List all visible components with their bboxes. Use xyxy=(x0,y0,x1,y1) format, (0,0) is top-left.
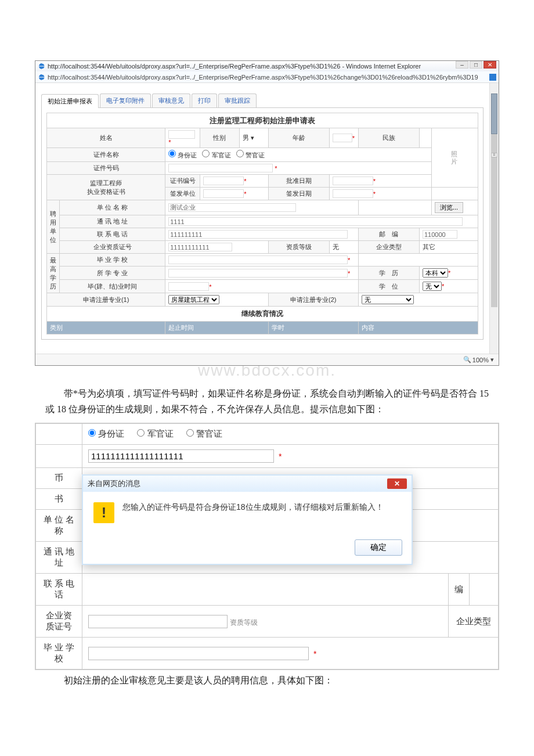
dialog-message: 您输入的证件号码是符合身份证18位生成规则，请仔细核对后重新输入！ xyxy=(122,502,384,513)
dialog-title: 来自网页的消息 xyxy=(88,478,140,489)
ie-favicon-icon xyxy=(38,62,46,70)
label-approve-date: 批准日期 xyxy=(268,175,329,188)
label-issue-org: 签发单位 xyxy=(165,188,200,200)
apply2-select[interactable]: 无 xyxy=(362,295,414,304)
tab-bar: 初始注册申报表 电子复印附件 审核意见 打印 审批跟踪 xyxy=(41,93,484,108)
unit-name-input[interactable] xyxy=(168,203,296,212)
scroll-mark-icon: ≡ xyxy=(491,153,497,157)
th-period: 起止时间 xyxy=(165,322,268,334)
ie-url[interactable]: http://localhost:3544/Web/uitools/dproxy… xyxy=(48,74,487,81)
tab-review[interactable]: 审核意见 xyxy=(152,93,190,107)
magnifier-icon: 🔍 xyxy=(463,356,471,363)
alert-dialog: 来自网页的消息 ✕ 您输入的证件号码是符合身份证18位生成规则，请仔细核对后重新… xyxy=(82,474,413,565)
label-nation: 民族 xyxy=(358,128,419,148)
th-hours: 学时 xyxy=(268,322,358,334)
major-input[interactable] xyxy=(168,269,348,278)
scrollbar[interactable]: ≡ xyxy=(489,83,499,354)
degree-select[interactable]: 本科 xyxy=(423,268,448,278)
ie-window: http://localhost:3544/Web/uitools/dproxy… xyxy=(35,60,499,366)
ent-type-val: 其它 xyxy=(419,241,478,254)
ie-address-bar: http://localhost:3544/Web/uitools/dproxy… xyxy=(35,71,499,83)
degree2-select[interactable]: 无 xyxy=(423,282,442,291)
addr-input[interactable] xyxy=(168,217,463,226)
ie-stop-icon[interactable] xyxy=(489,74,496,81)
tel-input[interactable] xyxy=(168,230,348,239)
maximize-button[interactable]: □ xyxy=(470,61,482,69)
zoom-level[interactable]: 100% xyxy=(472,357,489,363)
dialog-ok-button[interactable]: 确定 xyxy=(355,539,402,556)
idtype-option-3[interactable]: 警官证 xyxy=(236,152,265,159)
label-addr: 通 讯 地 址 xyxy=(60,215,165,228)
ss2-qual-input[interactable] xyxy=(88,615,228,628)
ss2-row7: 毕 业 学 校 xyxy=(36,638,82,669)
ss2-idtype-2[interactable]: 军官证 xyxy=(137,429,173,438)
qual-lvl-val: 无 xyxy=(329,241,358,254)
label-degree2: 学 位 xyxy=(358,280,419,293)
cert-no-input[interactable] xyxy=(203,177,244,185)
window-close-button[interactable]: ✕ xyxy=(484,61,496,69)
paragraph-1: 带*号为必填项，填写证件号码时，如果证件名称是身份证，系统会自动判断输入的证件号… xyxy=(45,386,489,417)
label-major: 所 学 专 业 xyxy=(60,267,165,280)
ie-title: http://localhost:3544/Web/uitools/dproxy… xyxy=(48,63,421,70)
browse-button[interactable]: 浏览... xyxy=(435,202,463,213)
ss2-row2: 书 xyxy=(36,489,82,510)
label-school: 毕 业 学 校 xyxy=(60,254,165,267)
ss2-row3: 单 位 名 称 xyxy=(36,510,82,542)
label-qual-no: 企业资质证号 xyxy=(60,241,165,254)
label-degree: 学 历 xyxy=(358,267,419,280)
form-title: 注册监理工程师初始注册申请表 xyxy=(47,113,478,128)
issue-date-input[interactable] xyxy=(333,189,373,198)
label-edu: 最 高 学 历 xyxy=(47,254,60,293)
ss2-row4: 通 讯 地 址 xyxy=(36,542,82,574)
zoom-dropdown-icon[interactable]: ▾ xyxy=(490,356,494,363)
label-cert-no: 证书编号 xyxy=(165,175,200,188)
label-cert: 监理工程师 执业资格证书 xyxy=(47,175,165,200)
ie-favicon2-icon xyxy=(38,73,46,81)
age-input[interactable] xyxy=(333,134,352,142)
screenshot-dialog: 身份证 军官证 警官证 * 币 书 单 位 名 称 通 讯 地 址 联 系 电 … xyxy=(35,423,499,670)
grad-date-input[interactable] xyxy=(168,282,209,291)
tab-approval[interactable]: 审批跟踪 xyxy=(218,93,257,107)
idtype-option-2[interactable]: 军官证 xyxy=(202,152,230,159)
tab-form[interactable]: 初始注册申报表 xyxy=(41,94,99,108)
ss2-row5: 联 系 电 话 xyxy=(36,574,82,606)
issue-org-input[interactable] xyxy=(203,189,244,198)
apply1-select[interactable]: 房屋建筑工程 xyxy=(168,295,219,304)
idtype-option-1[interactable]: 身份证 xyxy=(168,152,197,159)
ss2-idtype-1[interactable]: 身份证 xyxy=(88,429,124,438)
ss2-school-input[interactable] xyxy=(88,647,309,660)
photo-placeholder: 照 片 xyxy=(432,128,478,188)
label-ent-type: 企业类型 xyxy=(358,241,419,254)
name-input[interactable] xyxy=(168,130,195,139)
qual-no-input[interactable] xyxy=(168,243,232,251)
label-name: 姓名 xyxy=(47,128,165,148)
ss2-row6: 企业资质证号 xyxy=(36,606,82,638)
label-apply2: 申请注册专业(2) xyxy=(268,293,358,307)
th-content: 内容 xyxy=(358,322,478,334)
dropdown-icon[interactable]: ▾ xyxy=(251,134,254,141)
dialog-close-button[interactable]: ✕ xyxy=(387,478,407,489)
ss2-id-input[interactable] xyxy=(88,449,274,463)
zip-input[interactable] xyxy=(423,230,457,239)
label-doc-id: 证件号码 xyxy=(47,162,165,175)
doc-id-input[interactable] xyxy=(168,164,273,172)
ss2-idtype-3[interactable]: 警官证 xyxy=(186,429,222,438)
label-issue-date: 签发日期 xyxy=(268,188,329,200)
school-input[interactable] xyxy=(168,255,348,264)
ie-statusbar: 🔍 100% ▾ xyxy=(35,354,499,365)
minimize-button[interactable]: – xyxy=(456,61,468,69)
th-type: 类别 xyxy=(47,322,165,334)
label-qual-lvl: 资质等级 xyxy=(268,241,329,254)
label-age: 年龄 xyxy=(268,128,329,148)
tab-attachments[interactable]: 电子复印附件 xyxy=(100,93,151,107)
label-gender: 性别 xyxy=(200,128,239,148)
tab-print[interactable]: 打印 xyxy=(192,93,217,107)
ss2-row1: 币 xyxy=(36,468,82,489)
paragraph-2: 初始注册的企业审核意见主要是该人员的聘用信息，具体如下图： xyxy=(45,672,489,688)
label-zip: 邮 编 xyxy=(358,228,419,241)
approve-date-input[interactable] xyxy=(333,177,373,185)
label-grad-date: 毕(肄、结)业时间 xyxy=(60,280,165,293)
scroll-thumb[interactable] xyxy=(491,93,497,134)
ie-titlebar: http://localhost:3544/Web/uitools/dproxy… xyxy=(35,61,499,71)
ss2-ent-type: 企业类型 xyxy=(449,606,499,638)
